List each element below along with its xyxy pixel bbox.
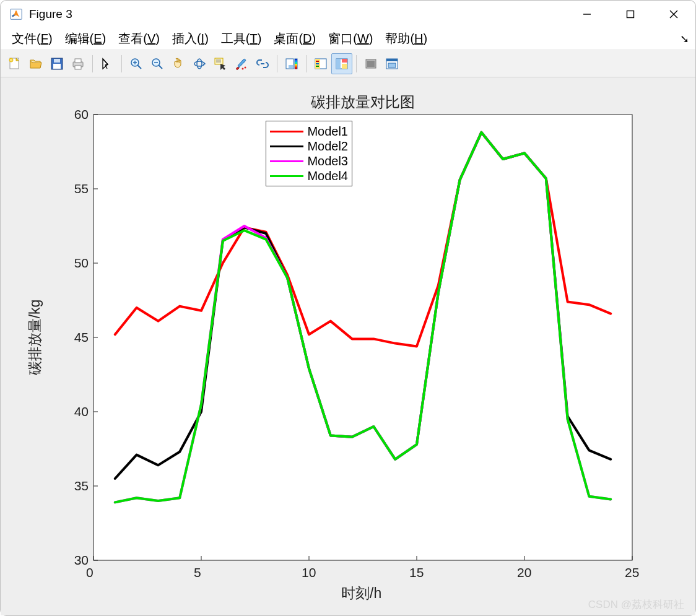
legend-swatch bbox=[270, 175, 303, 177]
minimize-button[interactable] bbox=[565, 1, 609, 28]
svg-rect-29 bbox=[289, 65, 293, 68]
menu-h[interactable]: 帮助(H) bbox=[379, 28, 433, 50]
svg-rect-38 bbox=[315, 59, 320, 69]
svg-rect-49 bbox=[386, 59, 398, 61]
toolbar-print[interactable] bbox=[67, 53, 89, 74]
toolbar-separator bbox=[356, 55, 357, 72]
svg-rect-5 bbox=[10, 58, 19, 69]
window-title: Figure 3 bbox=[29, 7, 72, 21]
titlebar: Figure 3 bbox=[1, 1, 695, 28]
legend-entry[interactable]: Model1 bbox=[270, 124, 348, 139]
svg-line-4 bbox=[670, 11, 677, 18]
figure-area: 碳排放量对比图 Model1Model2Model3Model4 CSDN @荔… bbox=[1, 77, 695, 615]
svg-rect-36 bbox=[295, 67, 297, 69]
svg-rect-12 bbox=[75, 66, 81, 69]
toolbar-link[interactable] bbox=[252, 53, 273, 74]
dock-arrow-icon[interactable]: ➘ bbox=[680, 32, 689, 46]
svg-rect-22 bbox=[215, 58, 223, 64]
svg-line-3 bbox=[670, 11, 677, 18]
legend-label: Model3 bbox=[307, 154, 348, 168]
ytick-label: 40 bbox=[67, 404, 89, 419]
svg-rect-34 bbox=[295, 64, 297, 66]
toolbar-zoom-in[interactable] bbox=[126, 53, 147, 74]
maximize-button[interactable] bbox=[609, 1, 652, 28]
close-button[interactable] bbox=[652, 1, 695, 28]
legend-entry[interactable]: Model3 bbox=[270, 154, 348, 168]
svg-rect-43 bbox=[336, 59, 341, 69]
xtick-label: 15 bbox=[409, 565, 424, 580]
svg-rect-51 bbox=[94, 115, 632, 560]
legend[interactable]: Model1Model2Model3Model4 bbox=[266, 121, 352, 186]
legend-label: Model1 bbox=[307, 124, 348, 139]
toolbar-rotate-3d[interactable] bbox=[189, 53, 210, 74]
ytick-label: 35 bbox=[67, 479, 89, 493]
svg-rect-31 bbox=[295, 59, 297, 61]
svg-line-14 bbox=[137, 65, 141, 69]
toolbar-save[interactable] bbox=[46, 53, 67, 74]
toolbar-open[interactable] bbox=[25, 53, 46, 74]
legend-swatch bbox=[270, 160, 303, 162]
menu-f[interactable]: 文件(F) bbox=[6, 28, 59, 50]
xtick-label: 25 bbox=[625, 565, 639, 580]
svg-rect-32 bbox=[295, 60, 297, 62]
toolbar-insert-legend[interactable] bbox=[310, 53, 331, 74]
toolbar-separator bbox=[277, 55, 277, 72]
toolbar-brush[interactable] bbox=[231, 53, 252, 74]
svg-point-17 bbox=[152, 59, 160, 66]
toolbar-hide-plot-tools[interactable] bbox=[360, 53, 381, 74]
menu-d[interactable]: 桌面(D) bbox=[268, 28, 322, 50]
ylabel: 碳排放量/kg bbox=[25, 300, 45, 376]
legend-entry[interactable]: Model4 bbox=[270, 168, 348, 183]
toolbar-insert-colorbar[interactable] bbox=[281, 53, 302, 74]
svg-rect-47 bbox=[367, 61, 375, 67]
svg-rect-33 bbox=[295, 62, 297, 64]
svg-rect-42 bbox=[336, 59, 347, 69]
toolbar-separator bbox=[92, 55, 93, 72]
svg-rect-50 bbox=[388, 63, 396, 67]
figure-window: Figure 3 文件(F)编辑(E)查看(V)插入(I)工具(T)桌面(D)窗… bbox=[0, 0, 696, 616]
svg-rect-46 bbox=[366, 59, 376, 68]
svg-rect-28 bbox=[286, 59, 294, 69]
menu-i[interactable]: 插入(I) bbox=[166, 28, 215, 50]
ytick-label: 50 bbox=[67, 256, 89, 271]
svg-rect-11 bbox=[75, 59, 81, 63]
legend-swatch bbox=[270, 145, 303, 147]
toolbar-new-figure[interactable] bbox=[4, 53, 25, 74]
matlab-icon bbox=[9, 7, 23, 21]
menu-e[interactable]: 编辑(E) bbox=[59, 28, 113, 50]
toolbar bbox=[1, 50, 695, 77]
xtick-label: 10 bbox=[302, 565, 316, 580]
toolbar-plot-tools[interactable] bbox=[331, 53, 352, 74]
chart-title: 碳排放量对比图 bbox=[311, 92, 415, 112]
toolbar-data-cursor[interactable] bbox=[210, 53, 231, 74]
menu-t[interactable]: 工具(T) bbox=[215, 28, 268, 50]
svg-rect-37 bbox=[315, 59, 326, 69]
toolbar-edit-plot[interactable] bbox=[97, 53, 118, 74]
svg-point-25 bbox=[242, 67, 244, 69]
svg-point-13 bbox=[131, 59, 139, 66]
svg-rect-10 bbox=[73, 62, 83, 67]
ytick-label: 45 bbox=[67, 330, 89, 345]
ytick-label: 60 bbox=[67, 107, 89, 122]
legend-label: Model2 bbox=[307, 139, 348, 154]
toolbar-dock[interactable] bbox=[381, 53, 402, 74]
menu-w[interactable]: 窗口(W) bbox=[322, 28, 379, 50]
menu-v[interactable]: 查看(V) bbox=[112, 28, 166, 50]
svg-point-21 bbox=[197, 59, 202, 69]
toolbar-separator bbox=[306, 55, 307, 72]
legend-entry[interactable]: Model2 bbox=[270, 139, 348, 154]
watermark: CSDN @荔枝科研社 bbox=[588, 597, 684, 612]
svg-rect-7 bbox=[51, 58, 63, 69]
legend-label: Model4 bbox=[307, 169, 348, 183]
xlabel: 时刻/h bbox=[341, 584, 381, 603]
svg-rect-30 bbox=[295, 59, 297, 69]
menubar: 文件(F)编辑(E)查看(V)插入(I)工具(T)桌面(D)窗口(W)帮助(H)… bbox=[1, 28, 695, 50]
svg-rect-2 bbox=[627, 11, 634, 18]
svg-rect-9 bbox=[54, 59, 60, 63]
svg-line-18 bbox=[159, 65, 162, 69]
toolbar-zoom-out[interactable] bbox=[147, 53, 168, 74]
xtick-label: 5 bbox=[194, 565, 201, 580]
ytick-label: 30 bbox=[67, 553, 89, 568]
toolbar-pan[interactable] bbox=[168, 53, 189, 74]
xtick-label: 20 bbox=[517, 565, 531, 580]
